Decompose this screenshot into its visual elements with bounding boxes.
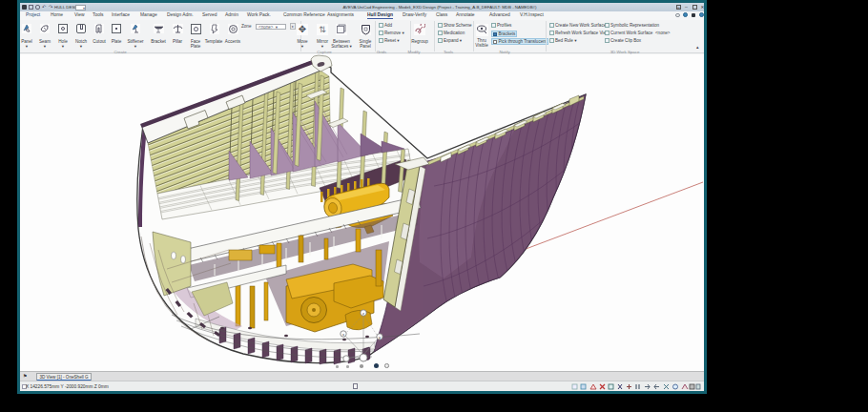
svg-text:y: y [379, 335, 381, 340]
svg-text:z: z [362, 311, 364, 316]
svg-text:x: x [342, 332, 344, 337]
